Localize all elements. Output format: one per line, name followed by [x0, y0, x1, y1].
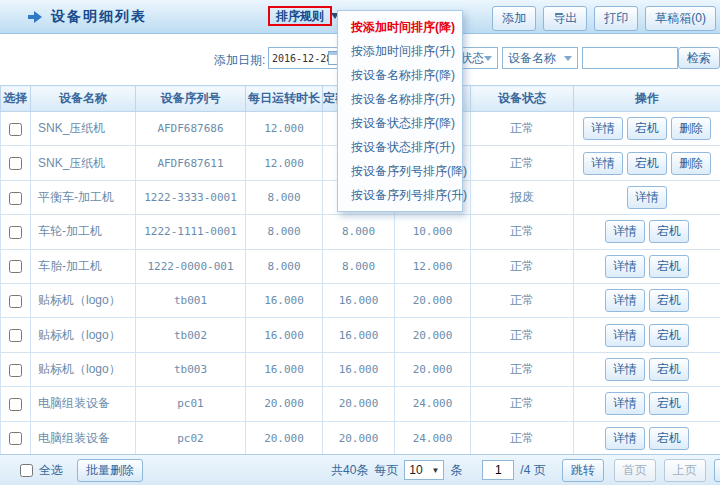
select-all-checkbox[interactable]	[20, 464, 33, 477]
col-status: 设备状态	[471, 86, 574, 112]
cell-daily: 16.000	[246, 318, 323, 352]
details-button[interactable]: 详情	[605, 289, 645, 312]
row-checkbox[interactable]	[9, 398, 22, 411]
cell-device-name: 车轮-加工机	[31, 215, 136, 249]
sort-menu-item-6[interactable]: 按设备序列号排序(降)	[338, 159, 462, 183]
cell-device-name: SNK_压纸机	[31, 146, 136, 180]
title-wrap: 设备明细列表	[28, 8, 147, 26]
shutdown-button[interactable]: 宕机	[649, 427, 689, 450]
shutdown-button[interactable]: 宕机	[627, 117, 667, 140]
cell-daily: 20.000	[246, 421, 323, 455]
col-daily-runtime: 每日运转时长	[246, 86, 323, 112]
date-input[interactable]	[272, 53, 328, 64]
cell-operations: 详情	[574, 180, 720, 214]
shutdown-button[interactable]: 宕机	[649, 255, 689, 278]
per-page-select[interactable]: 10 ▼	[404, 460, 444, 480]
row-checkbox[interactable]	[9, 123, 22, 136]
cell-quota: 16.000	[323, 352, 395, 386]
details-button[interactable]: 详情	[605, 255, 645, 278]
details-button[interactable]: 详情	[605, 220, 645, 243]
cell-serial: 1222-3333-0001	[136, 180, 246, 214]
shutdown-button[interactable]: 宕机	[649, 392, 689, 415]
cell-serial: 1222-0000-001	[136, 249, 246, 283]
per-page-unit: 条	[450, 462, 462, 479]
row-checkbox[interactable]	[9, 260, 22, 273]
cell-max: 20.000	[395, 352, 471, 386]
cell-max: 20.000	[395, 283, 471, 317]
table-row: 贴标机（logo）tb00316.00016.00020.000正常详情宕机	[1, 352, 720, 386]
export-button[interactable]: 导出	[543, 6, 587, 31]
shutdown-button[interactable]: 宕机	[627, 152, 667, 175]
sort-menu-item-2[interactable]: 按设备名称排序(降)	[338, 63, 462, 87]
row-checkbox[interactable]	[9, 192, 22, 205]
col-select: 选择	[1, 86, 31, 112]
shutdown-button[interactable]: 宕机	[649, 289, 689, 312]
cell-daily: 16.000	[246, 352, 323, 386]
cell-select	[1, 387, 31, 421]
cell-select	[1, 283, 31, 317]
sort-menu-item-1[interactable]: 按添加时间排序(升)	[338, 39, 462, 63]
next-page-button[interactable]: 下页	[714, 459, 720, 482]
row-checkbox[interactable]	[9, 432, 22, 445]
shutdown-button[interactable]: 宕机	[649, 324, 689, 347]
row-checkbox[interactable]	[9, 329, 22, 342]
details-button[interactable]: 详情	[583, 117, 623, 140]
cell-operations: 详情宕机	[574, 387, 720, 421]
sort-menu-item-4[interactable]: 按设备状态排序(降)	[338, 111, 462, 135]
cell-device-name: 平衡车-加工机	[31, 180, 136, 214]
date-field[interactable]	[268, 47, 344, 69]
drafts-button[interactable]: 草稿箱(0)	[645, 6, 716, 31]
cell-status: 报废	[471, 180, 574, 214]
details-button[interactable]: 详情	[627, 186, 667, 209]
shutdown-button[interactable]: 宕机	[649, 220, 689, 243]
search-button[interactable]: 检索	[678, 47, 720, 69]
jump-button[interactable]: 跳转	[562, 459, 604, 482]
cell-daily: 12.000	[246, 146, 323, 180]
table-row: 车轮-加工机1222-1111-00018.0008.00010.000正常详情…	[1, 215, 720, 249]
sort-rules-button[interactable]: 排序规则	[268, 6, 332, 26]
row-checkbox[interactable]	[9, 295, 22, 308]
print-button[interactable]: 打印	[594, 6, 638, 31]
cell-operations: 详情宕机	[574, 352, 720, 386]
page-number-input[interactable]	[482, 460, 514, 480]
cell-serial: tb002	[136, 318, 246, 352]
batch-delete-button[interactable]: 批量删除	[77, 459, 143, 482]
delete-button[interactable]: 删除	[671, 117, 711, 140]
details-button[interactable]: 详情	[605, 358, 645, 381]
table-row: 车胎-加工机1222-0000-0018.0008.00012.000正常详情宕…	[1, 249, 720, 283]
details-button[interactable]: 详情	[605, 324, 645, 347]
cell-quota: 16.000	[323, 318, 395, 352]
sort-menu-item-5[interactable]: 按设备状态排序(升)	[338, 135, 462, 159]
cell-max: 12.000	[395, 249, 471, 283]
cell-device-name: 电脑组装设备	[31, 387, 136, 421]
cell-status: 正常	[471, 215, 574, 249]
details-button[interactable]: 详情	[583, 152, 623, 175]
per-page-value: 10	[409, 463, 422, 477]
cell-max: 10.000	[395, 215, 471, 249]
sort-menu-item-7[interactable]: 按设备序列号排序(升)	[338, 183, 462, 207]
sort-menu-item-0[interactable]: 按添加时间排序(降)	[338, 15, 462, 39]
cell-daily: 8.000	[246, 215, 323, 249]
row-checkbox[interactable]	[9, 226, 22, 239]
keyword-input[interactable]	[582, 47, 678, 69]
prev-page-button: 上页	[664, 459, 706, 482]
cell-operations: 详情宕机删除	[574, 112, 720, 146]
row-checkbox[interactable]	[9, 364, 22, 377]
row-checkbox[interactable]	[9, 157, 22, 170]
cell-select	[1, 421, 31, 455]
cell-select	[1, 215, 31, 249]
arrow-right-icon	[28, 11, 43, 23]
details-button[interactable]: 详情	[605, 392, 645, 415]
name-select[interactable]: 设备名称	[502, 47, 578, 69]
details-button[interactable]: 详情	[605, 427, 645, 450]
per-page-label: 每页	[374, 462, 398, 479]
cell-quota: 20.000	[323, 421, 395, 455]
delete-button[interactable]: 删除	[671, 152, 711, 175]
cell-select	[1, 180, 31, 214]
sort-menu-item-3[interactable]: 按设备名称排序(升)	[338, 87, 462, 111]
col-operations: 操作	[574, 86, 720, 112]
cell-status: 正常	[471, 387, 574, 421]
add-button[interactable]: 添加	[492, 6, 536, 31]
shutdown-button[interactable]: 宕机	[649, 358, 689, 381]
cell-operations: 详情宕机	[574, 215, 720, 249]
